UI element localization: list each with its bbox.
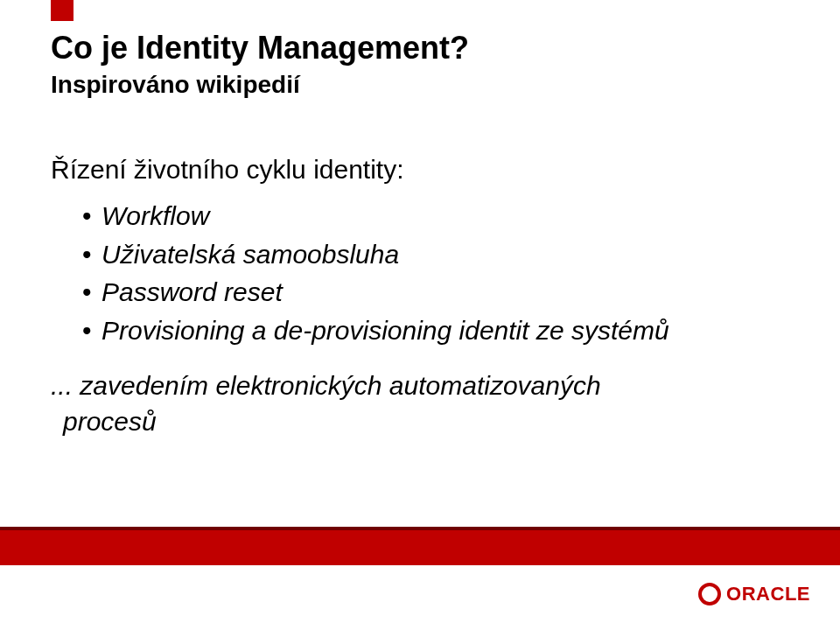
bottom-bar-shadow	[0, 527, 840, 530]
list-item: Password reset	[82, 273, 789, 312]
bottom-red-bar	[0, 527, 840, 565]
list-item: Provisioning a de-provisioning identit z…	[82, 312, 789, 350]
slide-title: Co je Identity Management?	[51, 30, 789, 66]
list-item: Uživatelská samoobsluha	[82, 235, 789, 274]
closing-line-1: ... zavedením elektronických automatizov…	[51, 371, 601, 400]
slide: Co je Identity Management? Inspirováno w…	[0, 0, 840, 623]
closing-line-2: procesů	[63, 407, 157, 436]
slide-body: Řízení životního cyklu identity: Workflo…	[51, 155, 789, 439]
list-item: Workflow	[82, 197, 789, 235]
oracle-wordmark: ORACLE	[726, 583, 810, 606]
lead-text: Řízení životního cyklu identity:	[51, 155, 789, 185]
closing-text: ... zavedením elektronických automatizov…	[51, 368, 789, 439]
oracle-logo: ORACLE	[698, 583, 810, 606]
bullet-list: Workflow Uživatelská samoobsluha Passwor…	[82, 197, 789, 349]
top-accent-bar	[51, 0, 74, 21]
slide-subtitle: Inspirováno wikipedií	[51, 71, 789, 99]
oracle-o-icon	[698, 583, 721, 606]
slide-content: Co je Identity Management? Inspirováno w…	[51, 30, 789, 439]
